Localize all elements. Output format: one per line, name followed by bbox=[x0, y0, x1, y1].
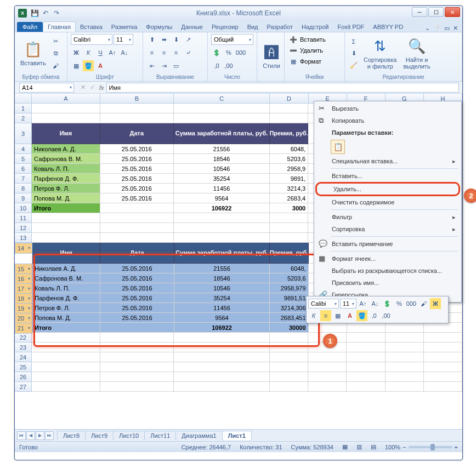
cell[interactable] bbox=[309, 323, 347, 333]
cell[interactable]: 25.05.2016 bbox=[100, 273, 174, 283]
border-icon[interactable]: ▦ bbox=[71, 60, 82, 71]
mini-border-icon[interactable]: ▦ bbox=[332, 310, 343, 321]
paste-button[interactable]: 📋Вставить bbox=[18, 40, 48, 67]
menu-sort[interactable]: Сортировка bbox=[315, 223, 460, 235]
percent-icon[interactable]: % bbox=[223, 47, 234, 58]
cell[interactable]: Николаев А. Д. bbox=[32, 144, 100, 154]
cell[interactable] bbox=[347, 343, 385, 352]
mini-increase-font-icon[interactable]: A↑ bbox=[358, 298, 369, 309]
cell[interactable] bbox=[424, 362, 462, 372]
tab-dev[interactable]: Разработ bbox=[263, 22, 297, 32]
cell[interactable]: 5203,6 bbox=[270, 273, 308, 283]
cell[interactable] bbox=[424, 372, 462, 382]
cell[interactable]: Итого bbox=[32, 323, 100, 333]
row-header[interactable]: 11 bbox=[15, 213, 32, 223]
row-header[interactable]: 24 bbox=[15, 352, 32, 362]
tab-insert[interactable]: Вставка bbox=[76, 22, 107, 32]
menu-comment[interactable]: 💬Вставить примечание bbox=[315, 238, 460, 250]
align-right-icon[interactable]: ≡ bbox=[171, 47, 182, 58]
cell[interactable]: 25.05.2016 bbox=[100, 313, 174, 323]
row-header[interactable]: 4 bbox=[15, 144, 32, 154]
cell[interactable] bbox=[270, 352, 308, 362]
cell[interactable] bbox=[270, 213, 308, 223]
cell[interactable]: 21556 bbox=[174, 144, 270, 154]
cell[interactable] bbox=[174, 382, 270, 392]
cell[interactable] bbox=[270, 104, 308, 113]
cell[interactable] bbox=[270, 113, 308, 123]
cell[interactable]: Коваль Л. П. bbox=[32, 164, 100, 174]
tab-foxit[interactable]: Foxit PDF bbox=[333, 22, 369, 32]
menu-filter[interactable]: Фильтр bbox=[315, 211, 460, 223]
cell[interactable]: 10546 bbox=[174, 283, 270, 293]
insert-cells-icon[interactable]: ➕ bbox=[288, 34, 299, 45]
cell[interactable] bbox=[100, 213, 174, 223]
find-select-button[interactable]: 🔍Найти и выделить bbox=[401, 37, 432, 71]
prev-sheet-icon[interactable]: ◀ bbox=[26, 431, 35, 440]
row-header[interactable]: 23 bbox=[15, 343, 32, 352]
number-format-select[interactable]: Общий bbox=[211, 34, 253, 45]
cell[interactable]: 25.05.2016 bbox=[100, 193, 174, 203]
format-cells-icon[interactable]: ▦ bbox=[288, 56, 299, 67]
mini-bold-button[interactable]: Ж bbox=[430, 298, 441, 309]
cell[interactable]: 2958,979 bbox=[270, 283, 308, 293]
cell[interactable] bbox=[308, 382, 347, 392]
cell[interactable]: Николаев А. Д. bbox=[32, 264, 100, 273]
row-header[interactable]: 27 bbox=[15, 382, 32, 392]
cell[interactable] bbox=[174, 362, 270, 372]
fx-icon[interactable]: fx bbox=[97, 84, 106, 91]
row-header[interactable]: 14 bbox=[15, 243, 32, 254]
cell[interactable] bbox=[424, 323, 462, 333]
cell[interactable] bbox=[100, 223, 174, 233]
tab-review[interactable]: Рецензир bbox=[207, 22, 243, 32]
mini-italic-button[interactable]: К bbox=[308, 310, 319, 321]
cell[interactable]: Дата bbox=[100, 243, 174, 264]
cell[interactable]: 9891,51 bbox=[270, 293, 308, 303]
cell[interactable]: 30000 bbox=[270, 323, 308, 333]
cell[interactable]: 11456 bbox=[174, 303, 270, 313]
cell[interactable] bbox=[174, 213, 270, 223]
cell[interactable]: 35254 bbox=[174, 174, 270, 184]
cell[interactable]: 25.05.2016 bbox=[100, 164, 174, 174]
cell[interactable] bbox=[32, 104, 100, 113]
menu-cut[interactable]: ✂Вырезать bbox=[315, 102, 460, 115]
menu-insert[interactable]: Вставить... bbox=[315, 170, 460, 182]
cell[interactable] bbox=[347, 323, 386, 333]
cell[interactable]: 9564 bbox=[174, 313, 270, 323]
cell[interactable] bbox=[100, 382, 174, 392]
cell[interactable] bbox=[270, 343, 308, 352]
tab-view[interactable]: Вид bbox=[243, 22, 263, 32]
cell[interactable]: 9564 bbox=[174, 193, 270, 203]
font-name-select[interactable]: Calibri bbox=[71, 34, 112, 45]
tab-data[interactable]: Данные bbox=[177, 22, 207, 32]
cell[interactable] bbox=[424, 343, 462, 352]
orientation-icon[interactable]: ↗ bbox=[183, 34, 194, 45]
maximize-button[interactable]: ☐ bbox=[428, 7, 444, 17]
row-header[interactable]: 12 bbox=[15, 223, 32, 233]
cut-icon[interactable]: ✂ bbox=[50, 36, 61, 47]
col-header[interactable]: D bbox=[270, 94, 308, 103]
cell[interactable]: Коваль Л. П. bbox=[32, 283, 100, 293]
cell[interactable]: Имя bbox=[32, 123, 100, 144]
cell[interactable] bbox=[424, 382, 462, 392]
cell[interactable]: 9891, bbox=[270, 174, 308, 184]
cell[interactable]: 106922 bbox=[174, 323, 270, 333]
row-header[interactable]: 21 bbox=[15, 323, 32, 334]
tab-abbyy[interactable]: ABBYY PD bbox=[369, 22, 407, 32]
cell[interactable] bbox=[100, 372, 174, 382]
row-header[interactable]: 22 bbox=[15, 333, 32, 343]
menu-dropdown-list[interactable]: Выбрать из раскрывающегося списка... bbox=[315, 265, 460, 277]
mini-fill-color-icon[interactable]: 🪣 bbox=[356, 310, 367, 321]
close-workbook-icon[interactable]: ✕ bbox=[453, 25, 458, 32]
view-layout-icon[interactable]: ▥ bbox=[356, 443, 362, 450]
cell[interactable]: 5203,6 bbox=[270, 154, 308, 164]
col-header[interactable]: A bbox=[32, 94, 100, 103]
cell[interactable] bbox=[32, 382, 100, 392]
cell[interactable] bbox=[32, 223, 100, 233]
row-header[interactable]: 2 bbox=[15, 113, 32, 123]
tab-formulas[interactable]: Формулы bbox=[141, 22, 177, 32]
cell[interactable]: 10546 bbox=[174, 164, 270, 174]
increase-decimal-icon[interactable]: ,0 bbox=[211, 60, 222, 71]
cell[interactable] bbox=[174, 233, 270, 243]
fill-color-icon[interactable]: 🪣 bbox=[83, 60, 94, 71]
tab-home[interactable]: Главная bbox=[43, 21, 76, 32]
